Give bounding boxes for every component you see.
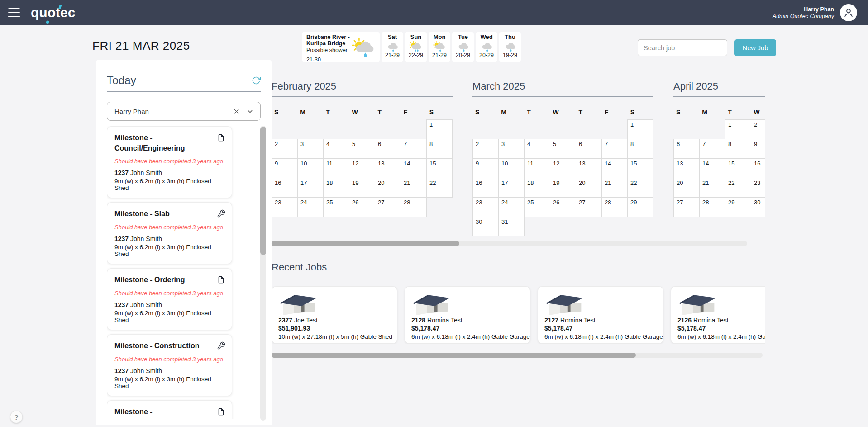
calendar-day-cell[interactable]: 21 [700, 178, 725, 198]
job-card[interactable]: 2126 Romina Test$5,178.476m (w) x 6.18m … [671, 286, 765, 344]
refresh-icon[interactable] [252, 76, 261, 85]
milestone-card[interactable]: Milestone - Council/EngineeringShould ha… [107, 126, 232, 198]
calendar-day-cell[interactable]: 15 [725, 159, 751, 178]
calendar-day-cell[interactable]: 29 [628, 198, 653, 217]
calendar-day-cell[interactable]: 6 [576, 139, 602, 159]
calendar-day-cell[interactable]: 12 [349, 159, 375, 178]
calendar-day-cell[interactable]: 3 [499, 139, 525, 159]
calendar-day-cell[interactable]: 22 [628, 178, 653, 198]
calendar-day-cell[interactable]: 6 [375, 139, 401, 159]
menu-icon[interactable] [8, 8, 20, 17]
calendar-day-cell[interactable]: 13 [674, 159, 700, 178]
calendar-day-cell[interactable]: 8 [628, 139, 653, 159]
milestone-card[interactable]: Milestone - ConstructionShould have been… [107, 334, 232, 396]
calendar-day-cell[interactable]: 28 [700, 198, 725, 217]
calendar-day-cell[interactable]: 1 [628, 120, 653, 139]
calendar-day-cell[interactable]: 9 [473, 159, 499, 178]
calendar-day-cell[interactable]: 17 [298, 178, 324, 198]
calendar-day-cell[interactable]: 23 [751, 178, 765, 198]
calendar-day-cell[interactable]: 16 [473, 178, 499, 198]
calendar-day-cell[interactable]: 6 [674, 139, 700, 159]
calendar-day-cell[interactable]: 19 [550, 178, 576, 198]
avatar[interactable] [840, 4, 857, 21]
calendar-day-cell[interactable]: 21 [401, 178, 427, 198]
calendar-day-cell[interactable]: 26 [349, 198, 375, 217]
jobs-scrollbar-thumb[interactable] [272, 353, 636, 358]
job-card[interactable]: 2127 Romina Test$5,178.476m (w) x 6.18m … [538, 286, 663, 344]
calendar-day-cell[interactable]: 30 [751, 198, 765, 217]
calendar-day-cell[interactable]: 15 [628, 159, 653, 178]
calendar-scrollbar-thumb[interactable] [272, 241, 459, 246]
calendar-day-cell[interactable]: 21 [602, 178, 628, 198]
calendar-day-cell[interactable]: 14 [602, 159, 628, 178]
job-card[interactable]: 2377 Joe Test$51,901.9310m (w) x 27.18m … [272, 286, 397, 344]
calendar-day-cell[interactable]: 23 [473, 198, 499, 217]
calendar-day-cell[interactable]: 27 [674, 198, 700, 217]
calendar-day-cell[interactable]: 20 [674, 178, 700, 198]
calendar-day-cell[interactable]: 2 [272, 139, 298, 159]
calendar-day-cell[interactable]: 23 [272, 198, 298, 217]
milestone-scrollbar[interactable] [260, 126, 266, 421]
calendar-day-cell[interactable]: 24 [298, 198, 324, 217]
chevron-down-icon[interactable] [246, 108, 254, 115]
calendar-day-cell[interactable]: 22 [725, 178, 751, 198]
calendar-day-cell[interactable]: 8 [427, 139, 453, 159]
calendar-day-cell[interactable]: 30 [473, 217, 499, 236]
calendar-day-cell[interactable]: 13 [576, 159, 602, 178]
calendar-day-cell[interactable]: 9 [272, 159, 298, 178]
calendar-day-cell[interactable]: 13 [375, 159, 401, 178]
new-job-button[interactable]: New Job [734, 39, 776, 56]
calendar-day-cell[interactable]: 14 [700, 159, 725, 178]
calendar-day-cell[interactable]: 31 [499, 217, 525, 236]
milestone-card[interactable]: Milestone - OrderingShould have been com… [107, 268, 232, 330]
calendar-day-cell[interactable]: 7 [700, 139, 725, 159]
search-input[interactable] [638, 39, 727, 56]
calendar-day-cell[interactable]: 28 [602, 198, 628, 217]
calendar-day-cell[interactable]: 24 [499, 198, 525, 217]
calendar-day-cell[interactable]: 4 [324, 139, 349, 159]
calendar-day-cell[interactable]: 25 [324, 198, 349, 217]
calendar-day-cell[interactable]: 1 [427, 120, 453, 139]
calendar-day-cell[interactable]: 2 [751, 120, 765, 139]
calendar-day-cell[interactable]: 5 [550, 139, 576, 159]
calendar-day-cell[interactable]: 2 [473, 139, 499, 159]
person-filter-select[interactable]: Harry Phan [107, 102, 261, 121]
calendar-day-cell[interactable]: 22 [427, 178, 453, 198]
calendar-day-cell[interactable]: 17 [499, 178, 525, 198]
calendar-day-cell[interactable]: 27 [375, 198, 401, 217]
calendar-day-cell[interactable]: 18 [324, 178, 349, 198]
calendar-day-cell[interactable]: 27 [576, 198, 602, 217]
calendar-day-cell[interactable]: 7 [401, 139, 427, 159]
calendar-day-cell[interactable]: 10 [499, 159, 525, 178]
calendar-day-cell[interactable]: 12 [550, 159, 576, 178]
calendar-day-cell[interactable]: 25 [525, 198, 550, 217]
calendar-day-cell[interactable]: 10 [298, 159, 324, 178]
calendar-day-cell[interactable]: 11 [525, 159, 550, 178]
help-button[interactable]: ? [10, 411, 23, 423]
calendar-day-cell[interactable]: 1 [725, 120, 751, 139]
calendar-day-cell[interactable]: 16 [751, 159, 765, 178]
calendar-day-cell[interactable]: 4 [525, 139, 550, 159]
calendar-day-cell[interactable]: 7 [602, 139, 628, 159]
calendar-day-cell[interactable]: 20 [576, 178, 602, 198]
calendar-day-cell[interactable]: 15 [427, 159, 453, 178]
calendar-h-scrollbar[interactable] [272, 241, 747, 246]
calendar-day-cell[interactable]: 9 [751, 139, 765, 159]
job-card[interactable]: 2128 Romina Test$5,178.476m (w) x 6.18m … [405, 286, 530, 344]
jobs-h-scrollbar[interactable] [272, 353, 763, 358]
calendar-day-cell[interactable]: 5 [349, 139, 375, 159]
calendar-day-cell[interactable]: 29 [725, 198, 751, 217]
clear-icon[interactable] [233, 108, 240, 115]
calendar-day-cell[interactable]: 3 [298, 139, 324, 159]
calendar-day-cell[interactable]: 26 [550, 198, 576, 217]
calendar-day-cell[interactable]: 16 [272, 178, 298, 198]
milestone-scrollbar-thumb[interactable] [260, 127, 266, 255]
calendar-day-cell[interactable]: 28 [401, 198, 427, 217]
milestone-card[interactable]: Milestone - Council/EngineeringShould ha… [107, 400, 232, 419]
calendar-day-cell[interactable]: 19 [349, 178, 375, 198]
calendar-day-cell[interactable]: 11 [324, 159, 349, 178]
calendar-day-cell[interactable]: 14 [401, 159, 427, 178]
calendar-day-cell[interactable]: 18 [525, 178, 550, 198]
milestone-card[interactable]: Milestone - SlabShould have been complet… [107, 202, 232, 264]
calendar-day-cell[interactable]: 8 [725, 139, 751, 159]
